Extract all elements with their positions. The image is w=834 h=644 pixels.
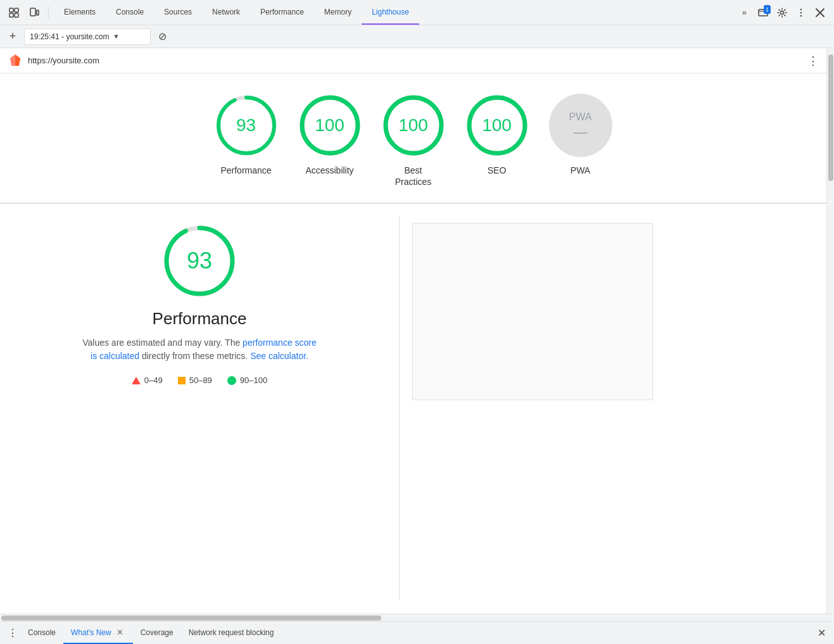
tab-sources[interactable]: Sources — [154, 0, 202, 25]
score-label-accessibility: Accessibility — [305, 165, 353, 176]
pwa-label: PWA — [569, 111, 592, 123]
detail-title: Performance — [153, 309, 247, 329]
main-content: https://yoursite.com ⋮ 93 Performance — [0, 48, 834, 614]
svg-rect-2 — [9, 13, 13, 17]
score-value-accessibility: 100 — [315, 115, 344, 136]
bottom-tab-network-blocking-label: Network request blocking — [189, 628, 274, 637]
bottom-tab-menu-button[interactable]: ⋮ — [5, 626, 20, 641]
lighthouse-more-button[interactable]: ⋮ — [807, 54, 819, 68]
detail-section: 93 Performance Values are estimated and … — [0, 204, 826, 614]
score-circle-seo: 100 — [465, 94, 529, 157]
score-item-seo[interactable]: 100 SEO — [465, 94, 529, 176]
tab-performance[interactable]: Performance — [250, 0, 314, 25]
pass-icon — [227, 376, 236, 385]
legend-pass-range: 90–100 — [240, 376, 267, 385]
url-bar: + 19:25:41 - yoursite.com ▼ ⊘ — [0, 25, 834, 48]
tab-overflow-button[interactable]: » — [737, 8, 752, 17]
close-bottom-panel-button[interactable]: ✕ — [814, 626, 829, 641]
score-circle-accessibility: 100 — [298, 94, 362, 157]
legend-pass: 90–100 — [227, 376, 267, 385]
detail-score-number: 93 — [187, 248, 212, 274]
svg-rect-4 — [30, 8, 35, 16]
score-item-performance[interactable]: 93 Performance — [215, 94, 278, 176]
lighthouse-bar: https://yoursite.com ⋮ — [0, 48, 826, 73]
svg-point-7 — [781, 11, 784, 14]
devtools-tabs: Elements Console Sources Network Perform… — [54, 0, 735, 25]
notification-button[interactable]: 1 — [754, 4, 772, 22]
bottom-tab-coverage-label: Coverage — [141, 628, 174, 637]
score-legend: 0–49 50–89 90–100 — [132, 376, 267, 385]
url-cancel-button[interactable]: ⊘ — [155, 29, 170, 44]
score-circle-performance: 93 — [215, 94, 278, 157]
url-input-area[interactable]: 19:25:41 - yoursite.com ▼ — [24, 28, 151, 45]
score-item-pwa[interactable]: PWA — PWA — [549, 94, 612, 176]
more-options-button[interactable] — [792, 4, 810, 22]
close-devtools-button[interactable] — [811, 4, 829, 22]
tab-network[interactable]: Network — [202, 0, 250, 25]
tab-memory[interactable]: Memory — [314, 0, 362, 25]
url-text: 19:25:41 - yoursite.com — [30, 32, 109, 41]
fail-icon — [132, 377, 141, 384]
bottom-tab-whats-new-close[interactable]: ✕ — [115, 628, 125, 638]
pwa-circle: PWA — — [549, 94, 612, 157]
devtools-toolbar: Elements Console Sources Network Perform… — [0, 0, 834, 25]
score-value-best-practices: 100 — [398, 115, 428, 136]
add-recording-button[interactable]: + — [5, 29, 20, 44]
score-value-performance: 93 — [236, 115, 256, 136]
detail-description: Values are estimated and may vary. The p… — [82, 336, 317, 363]
scores-section: 93 Performance 100 Accessibility — [0, 73, 826, 204]
toolbar-right-icons: 1 — [754, 4, 829, 22]
score-value-seo: 100 — [482, 115, 512, 136]
inspect-element-button[interactable] — [5, 4, 23, 22]
score-item-accessibility[interactable]: 100 Accessibility — [298, 94, 362, 176]
average-icon — [178, 377, 186, 384]
url-dropdown-button[interactable]: ▼ — [113, 33, 119, 40]
score-label-seo: SEO — [488, 165, 507, 176]
detail-left: 93 Performance Values are estimated and … — [0, 217, 399, 601]
bottom-tab-whats-new-label: What's New — [71, 628, 111, 637]
settings-button[interactable] — [773, 4, 791, 22]
svg-rect-5 — [37, 10, 39, 15]
tab-console[interactable]: Console — [106, 0, 154, 25]
legend-average-range: 50–89 — [189, 376, 212, 385]
bottom-tab-console[interactable]: Console — [20, 622, 63, 644]
vertical-scrollbar-thumb[interactable] — [828, 54, 833, 181]
svg-marker-12 — [15, 54, 20, 66]
svg-point-10 — [800, 15, 802, 16]
pwa-dash: — — [574, 125, 588, 139]
notification-badge: 1 — [764, 5, 771, 14]
score-item-best-practices[interactable]: 100 BestPractices — [382, 94, 445, 187]
tab-elements[interactable]: Elements — [54, 0, 106, 25]
score-label-best-practices: BestPractices — [395, 165, 432, 187]
horizontal-scrollbar[interactable] — [0, 614, 834, 621]
device-toolbar-button[interactable] — [25, 4, 43, 22]
tab-lighthouse[interactable]: Lighthouse — [362, 0, 419, 25]
screenshot-preview — [412, 223, 653, 400]
lighthouse-icon — [8, 53, 23, 68]
content-inner: https://yoursite.com ⋮ 93 Performance — [0, 48, 826, 614]
detail-right — [400, 217, 826, 601]
svg-rect-0 — [9, 8, 13, 12]
bottom-tab-console-label: Console — [28, 628, 56, 637]
legend-fail: 0–49 — [132, 376, 163, 385]
svg-rect-3 — [15, 13, 18, 17]
score-label-pwa: PWA — [571, 165, 590, 176]
lighthouse-url: https://yoursite.com — [28, 56, 807, 65]
bottom-tab-network-blocking[interactable]: Network request blocking — [181, 622, 282, 644]
score-circle-best-practices: 100 — [382, 94, 445, 157]
horizontal-scrollbar-thumb[interactable] — [1, 616, 381, 621]
bottom-tab-coverage[interactable]: Coverage — [133, 622, 181, 644]
bottom-tabs-bar: ⋮ Console What's New ✕ Coverage Network … — [0, 621, 834, 644]
legend-average: 50–89 — [178, 376, 212, 385]
score-label-performance: Performance — [220, 165, 271, 176]
svg-point-8 — [800, 8, 802, 9]
calculator-link[interactable]: See calculator. — [250, 351, 308, 361]
detail-score-circle: 93 — [161, 223, 237, 299]
toolbar-divider — [48, 6, 49, 19]
bottom-tab-whats-new[interactable]: What's New ✕ — [63, 622, 133, 644]
svg-point-9 — [800, 11, 802, 13]
vertical-scrollbar[interactable] — [826, 48, 834, 614]
legend-fail-range: 0–49 — [144, 376, 163, 385]
svg-rect-1 — [15, 8, 18, 12]
